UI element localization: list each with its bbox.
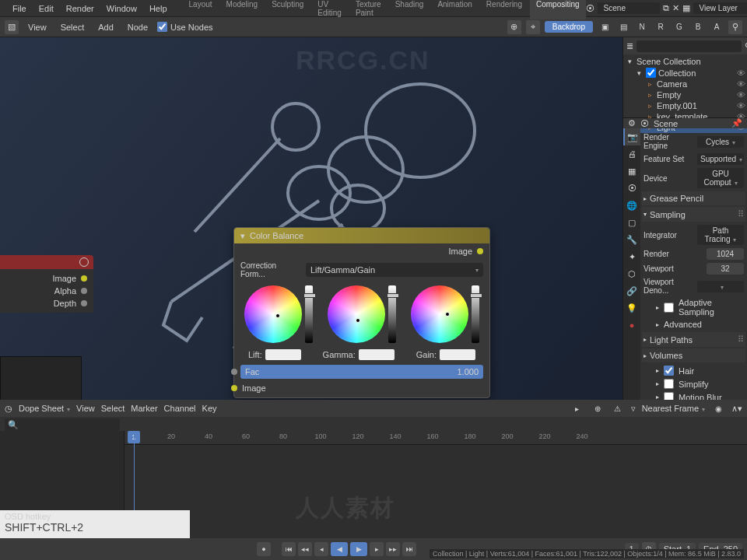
eye-icon[interactable]: 👁 bbox=[737, 68, 745, 78]
ptab-scene[interactable]: ⦿ bbox=[623, 180, 640, 197]
ds-editor-icon[interactable]: ◷ bbox=[5, 404, 12, 414]
lift-value-slider[interactable] bbox=[305, 285, 313, 343]
collection-visible-checkbox[interactable] bbox=[646, 68, 656, 78]
channel-r[interactable]: R bbox=[654, 20, 668, 34]
adaptive-sampling-row[interactable]: ▸Adaptive Sampling bbox=[644, 296, 744, 318]
feature-set-select[interactable]: Supported bbox=[697, 153, 744, 165]
timeline-canvas[interactable]: 1 20 40 60 80 100 120 140 160 180 200 22… bbox=[124, 431, 747, 548]
channel-b[interactable]: B bbox=[691, 20, 705, 34]
socket-depth-out[interactable]: Depth bbox=[0, 297, 93, 310]
submenu-node[interactable]: Node bbox=[123, 23, 153, 32]
jump-start-icon[interactable]: ⏮ bbox=[282, 542, 296, 556]
section-light-paths[interactable]: ▸Light Paths⠿ bbox=[642, 332, 745, 347]
render-samples-input[interactable]: 1024 bbox=[707, 248, 744, 260]
pin-icon[interactable]: 📌 bbox=[731, 118, 742, 128]
ptab-world[interactable]: 🌐 bbox=[623, 197, 640, 214]
ptab-data[interactable]: 💡 bbox=[623, 299, 640, 317]
section-volumes[interactable]: ▸Volumes bbox=[642, 348, 745, 362]
channel-g[interactable]: G bbox=[672, 20, 686, 34]
submenu-add[interactable]: Add bbox=[93, 23, 118, 32]
adaptive-checkbox[interactable] bbox=[664, 303, 674, 313]
tab-layout[interactable]: Layout bbox=[183, 0, 219, 19]
lift-swatch[interactable] bbox=[265, 349, 301, 360]
tree-camera[interactable]: ▹Camera👁 bbox=[623, 79, 747, 89]
backdrop-toggle[interactable]: Backdrop bbox=[545, 21, 593, 33]
render-engine-select[interactable]: Cycles bbox=[697, 136, 744, 148]
eye-icon[interactable]: 👁 bbox=[737, 101, 745, 110]
tab-sculpting[interactable]: Sculpting bbox=[265, 0, 310, 19]
color-balance-node[interactable]: ▾ Color Balance Image Correction Form...… bbox=[233, 227, 490, 398]
render-layers-node[interactable]: Image Alpha Depth bbox=[0, 255, 93, 313]
ptab-physics[interactable]: ⬡ bbox=[623, 265, 640, 282]
gamma-color-wheel[interactable] bbox=[328, 285, 385, 343]
channel-a[interactable]: A bbox=[710, 20, 724, 34]
ds-select[interactable]: Select bbox=[101, 404, 125, 413]
channel-n[interactable]: N bbox=[635, 20, 649, 34]
viewport-deno-select[interactable] bbox=[697, 281, 744, 292]
editor-type-icon[interactable]: ▧ bbox=[5, 20, 19, 34]
section-grease-pencil[interactable]: ▸Grease Pencil bbox=[642, 191, 745, 205]
socket-alpha-out[interactable]: Alpha bbox=[0, 285, 93, 297]
ptab-output[interactable]: 🖨 bbox=[623, 145, 640, 163]
integrator-select[interactable]: Path Tracing bbox=[697, 225, 744, 245]
cb-output-image[interactable]: Image bbox=[234, 243, 489, 259]
gamma-swatch[interactable] bbox=[359, 349, 395, 360]
jump-end-icon[interactable]: ⏭ bbox=[402, 542, 416, 556]
overlay-toggle-2[interactable]: ▤ bbox=[616, 20, 630, 34]
ptab-modifier[interactable]: 🔧 bbox=[623, 231, 640, 248]
viewport-samples-input[interactable]: 32 bbox=[707, 263, 744, 275]
menu-edit[interactable]: Edit bbox=[33, 4, 60, 13]
viewlayer-selector[interactable]: View Layer bbox=[693, 2, 747, 14]
scene-delete-icon[interactable]: ✕ bbox=[672, 3, 679, 13]
scene-copy-icon[interactable]: ⧉ bbox=[663, 3, 669, 13]
fac-slider[interactable]: Fac 1.000 bbox=[240, 365, 483, 379]
device-select[interactable]: GPU Comput bbox=[697, 168, 744, 188]
ptab-material[interactable]: ● bbox=[623, 317, 640, 334]
tree-empty[interactable]: ▹Empty👁 bbox=[623, 89, 747, 100]
ptab-object[interactable]: ▢ bbox=[623, 214, 640, 231]
ptab-particles[interactable]: ✦ bbox=[623, 248, 640, 265]
advanced-row[interactable]: ▸Advanced bbox=[644, 318, 744, 331]
falloff-icon[interactable]: ∧▾ bbox=[731, 404, 742, 414]
submenu-view[interactable]: View bbox=[23, 23, 51, 32]
filter-funnel-icon[interactable]: ▿ bbox=[631, 404, 636, 414]
ptab-constraints[interactable]: 🔗 bbox=[623, 282, 640, 299]
node-editor-viewport[interactable]: RRCG.CN Image Alpha Depth Scene ▾ Color … bbox=[0, 37, 622, 400]
keyframe-prev-icon[interactable]: ◂◂ bbox=[298, 542, 312, 556]
pivot-icon[interactable]: ⊕ bbox=[507, 20, 521, 34]
tab-uv-editing[interactable]: UV Editing bbox=[311, 0, 348, 19]
proportional-icon[interactable]: ◉ bbox=[711, 401, 725, 415]
overlay-toggle-1[interactable]: ▣ bbox=[598, 20, 612, 34]
gain-swatch[interactable] bbox=[440, 349, 475, 360]
ptab-viewlayer[interactable]: ▦ bbox=[623, 163, 640, 180]
tab-modeling[interactable]: Modeling bbox=[220, 0, 265, 19]
frame-next-icon[interactable]: ▸ bbox=[370, 542, 384, 556]
fac-input-socket[interactable] bbox=[231, 369, 237, 375]
section-sampling[interactable]: ▾Sampling⠿ bbox=[642, 207, 745, 222]
play-reverse-icon[interactable]: ◀ bbox=[331, 542, 348, 556]
gamma-value-slider[interactable] bbox=[388, 285, 396, 343]
ds-search-input[interactable] bbox=[5, 418, 120, 431]
menu-file[interactable]: File bbox=[6, 4, 33, 13]
collapse-icon[interactable]: ▾ bbox=[240, 231, 245, 241]
render-node-header[interactable] bbox=[0, 255, 93, 269]
use-nodes-input[interactable] bbox=[157, 22, 167, 32]
tab-shading[interactable]: Shading bbox=[389, 0, 430, 19]
tab-texture-paint[interactable]: Texture Paint bbox=[349, 0, 388, 19]
ds-snap-icon[interactable]: ⚠ bbox=[611, 401, 625, 415]
cb-input-socket[interactable] bbox=[231, 385, 237, 391]
tree-collection[interactable]: ▾Collection👁 bbox=[623, 67, 747, 79]
submenu-select[interactable]: Select bbox=[56, 23, 89, 32]
tab-compositing[interactable]: Compositing bbox=[530, 0, 586, 19]
cb-input-image[interactable]: Image bbox=[234, 382, 489, 397]
nearest-frame-select[interactable]: Nearest Frame bbox=[642, 404, 705, 413]
keyframe-next-icon[interactable]: ▸▸ bbox=[386, 542, 400, 556]
outliner-search-input[interactable] bbox=[637, 40, 742, 52]
frame-prev-icon[interactable]: ◂ bbox=[314, 542, 328, 556]
ds-mode-select[interactable]: Dope Sheet bbox=[19, 404, 70, 413]
color-balance-header[interactable]: ▾ Color Balance bbox=[234, 228, 489, 243]
tree-empty-001[interactable]: ▹Empty.001👁 bbox=[623, 100, 747, 111]
props-editor-icon[interactable]: ⚙ bbox=[628, 118, 636, 128]
snap-icon[interactable]: ⌖ bbox=[526, 20, 540, 34]
zoom-icon[interactable]: ⚲ bbox=[728, 20, 742, 34]
